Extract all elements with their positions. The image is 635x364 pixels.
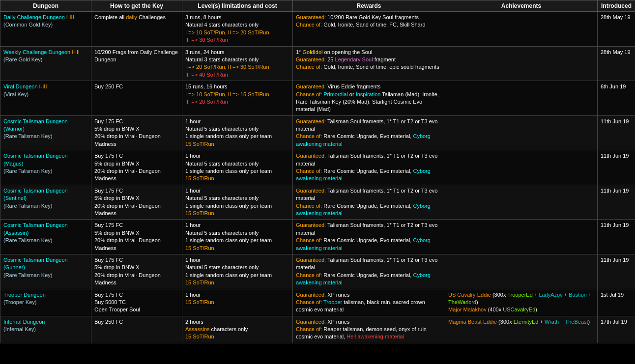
key-method: Complete all daily Challenges — [91, 12, 182, 47]
achievements — [445, 220, 598, 254]
key-method: Buy 250 FC — [91, 81, 182, 116]
achievements — [445, 12, 598, 47]
rewards: Guaranteed: Talisman Soul framents, 1* T… — [293, 185, 445, 220]
level-info: 1 hour Natural 5 stars characters only 1… — [182, 150, 293, 185]
header-dungeon: Dungeon — [0, 0, 91, 12]
header-rewards: Rewards — [293, 0, 445, 12]
table-row: Cosmic Talisman Dungeon (Assassin) (Rare… — [0, 220, 635, 254]
key-method: Buy 175 FC 5% drop in BNW X 20% drop in … — [91, 150, 182, 185]
key-method: Buy 250 FC — [91, 316, 182, 343]
header-level: Level(s) limitations and cost — [182, 0, 293, 12]
introduced-date: 28th May 19 — [598, 12, 635, 47]
key-method: Buy 175 FC 5% drop in BNW X 20% drop in … — [91, 185, 182, 220]
dungeon-name: Cosmic Talisman Dungeon (Sentinel) (Rare… — [0, 185, 91, 220]
dungeon-name: Infernal Dungeon (Infernal Key) — [0, 316, 91, 343]
dungeon-name: Weekly Challenge Dungeon I-III (Rare Gol… — [0, 46, 91, 81]
header-introduced: Introduced — [598, 0, 635, 12]
dungeon-name: Trooper Dungeon (Trooper Key) — [0, 289, 91, 316]
introduced-date: 11th Jun 19 — [598, 220, 635, 254]
key-method: Buy 175 FC 5% drop in BNW X 20% drop in … — [91, 254, 182, 289]
rewards: Guaranteed: XP runes Chance of: Trooper … — [293, 289, 445, 316]
table-row: Cosmic Talisman Dungeon (Sentinel) (Rare… — [0, 185, 635, 220]
key-method: Buy 175 FC Buy 5000 TC Open Trooper Soul — [91, 289, 182, 316]
achievements — [445, 254, 598, 289]
level-info: 3 runs, 24 hours Natural 3 stars charact… — [182, 46, 293, 81]
table-row: Infernal Dungeon (Infernal Key) Buy 250 … — [0, 316, 635, 343]
table-row: Cosmic Talisman Dungeon (Gunner) (Rare T… — [0, 254, 635, 289]
dungeon-name: Cosmic Talisman Dungeon (Magus) (Rare Ta… — [0, 150, 91, 185]
table-row: Cosmic Talisman Dungeon (Magus) (Rare Ta… — [0, 150, 635, 185]
rewards: Guaranteed: Talisman Soul framents, 1* T… — [293, 115, 445, 150]
key-method: Buy 175 FC 5% drop in BNW X 20% drop in … — [91, 220, 182, 254]
level-info: 1 hour Natural 5 stars characters only 1… — [182, 115, 293, 150]
achievements — [445, 81, 598, 116]
achievements — [445, 185, 598, 220]
dungeon-name: Viral Dungeon I-III (Viral Key) — [0, 81, 91, 116]
introduced-date: 17th Jul 19 — [598, 316, 635, 343]
rewards: Guaranteed: Virus Eddie fragments Chance… — [293, 81, 445, 116]
achievements: Magma Beast Eddie (300x EternityEd + Wra… — [445, 316, 598, 343]
rewards: Guaranteed: 10/200 Rare Gold Key Soul fr… — [293, 12, 445, 47]
key-method: Buy 175 FC 5% drop in BNW X 20% drop in … — [91, 115, 182, 150]
level-info: 2 hours Assassins characters only 15 SoT… — [182, 316, 293, 343]
dungeon-name: Daily Challenge Dungeon I-III (Common Go… — [0, 12, 91, 47]
level-info: 3 runs, 8 hours Natural 4 stars characte… — [182, 12, 293, 47]
level-info: 1 hour Natural 5 stars characters only 1… — [182, 220, 293, 254]
level-info: 1 hour 15 SoT/Run — [182, 289, 293, 316]
level-info: 15 runs, 16 hours I => 10 SoT/Run, II =>… — [182, 81, 293, 116]
achievements — [445, 150, 598, 185]
introduced-date: 11th Jun 19 — [598, 150, 635, 185]
rewards: Guaranteed: Talisman Soul framents, 1* T… — [293, 150, 445, 185]
achievements — [445, 115, 598, 150]
table-row: Cosmic Talisman Dungeon (Warrior) (Rare … — [0, 115, 635, 150]
achievements: US Cavalry Eddie (300x TrooperEd + LadyA… — [445, 289, 598, 316]
achievements — [445, 46, 598, 81]
introduced-date: 1st Jul 19 — [598, 289, 635, 316]
introduced-date: 11th Jun 19 — [598, 185, 635, 220]
key-method: 10/200 Frags from Daily Challenge Dungeo… — [91, 46, 182, 81]
level-info: 1 hour Natural 5 stars characters only 1… — [182, 185, 293, 220]
header-key: How to get the Key — [91, 0, 182, 12]
rewards: Guaranteed: Talisman Soul framents, 1* T… — [293, 254, 445, 289]
header-achievements: Achievements — [445, 0, 598, 12]
table-row: Viral Dungeon I-III (Viral Key) Buy 250 … — [0, 81, 635, 116]
dungeon-name: Cosmic Talisman Dungeon (Assassin) (Rare… — [0, 220, 91, 254]
table-row: Trooper Dungeon (Trooper Key) Buy 175 FC… — [0, 289, 635, 316]
dungeon-name: Cosmic Talisman Dungeon (Warrior) (Rare … — [0, 115, 91, 150]
table-row: Daily Challenge Dungeon I-III (Common Go… — [0, 12, 635, 47]
level-info: 1 hour Natural 5 stars characters only 1… — [182, 254, 293, 289]
rewards: Guaranteed: Talisman Soul framents, 1* T… — [293, 220, 445, 254]
introduced-date: 6th Jun 19 — [598, 81, 635, 116]
introduced-date: 28th May 19 — [598, 46, 635, 81]
introduced-date: 11th Jun 19 — [598, 254, 635, 289]
rewards: 1* GoldIdol on opening the Soul Guarante… — [293, 46, 445, 81]
dungeon-name: Cosmic Talisman Dungeon (Gunner) (Rare T… — [0, 254, 91, 289]
table-row: Weekly Challenge Dungeon I-III (Rare Gol… — [0, 46, 635, 81]
introduced-date: 11th Jun 19 — [598, 115, 635, 150]
rewards: Guaranteed: XP runes Chance of: Reaper t… — [293, 316, 445, 343]
